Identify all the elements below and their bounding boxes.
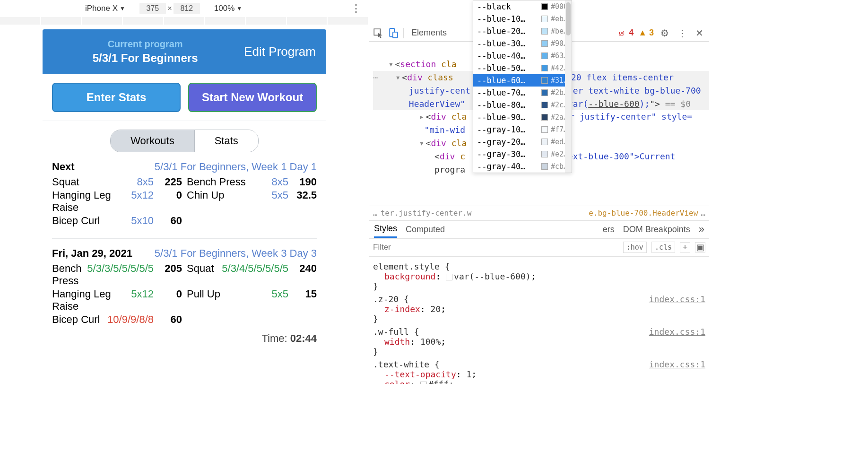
kebab-menu-icon[interactable]: ⋮ [351,2,361,15]
toggle-device-icon[interactable] [388,28,399,38]
app-header: Current program 5/3/1 For Beginners Edit… [43,29,326,74]
program-name: 5/3/1 For Beginners [53,52,237,65]
enter-stats-button[interactable]: Enter Stats [52,83,181,112]
next-meta: 5/3/1 For Beginners, Week 1 Day 1 [155,161,317,173]
autocomplete-option[interactable]: --gray-30…#e2… [473,148,572,160]
autocomplete-option[interactable]: --gray-20…#ed… [473,136,572,148]
autocomplete-option[interactable]: --blue-90…#2a… [473,111,572,123]
exercise-row: Bicep Curl10/9/9/8/860 [52,313,182,326]
autocomplete-option[interactable]: --blue-10…#eb… [473,13,572,25]
source-link[interactable]: index.css:1 [649,359,705,369]
next-session: Next 5/3/1 For Beginners, Week 1 Day 1 S… [43,157,326,234]
tab-stats[interactable]: Stats [195,130,258,152]
exercise-row: Hanging Leg Raise5x120 [52,288,182,313]
source-link[interactable]: index.css:1 [649,327,705,337]
tab-computed[interactable]: Computed [406,222,445,237]
autocomplete-option[interactable]: --black#000 [473,0,572,13]
kebab-menu-icon[interactable]: ⋮ [676,27,689,39]
current-program-label: Current program [53,39,237,50]
exercise-row: Squat5/3/4/5/5/5/5/5240 [187,262,317,287]
styles-filter-row: :hov .cls + ▣ [369,239,709,257]
tab-dom-breakpoints[interactable]: DOM Breakpoints [623,222,690,237]
gear-icon[interactable]: ⚙ [659,27,671,39]
edit-program-link[interactable]: Edit Program [244,44,316,59]
segment-control: Workouts Stats [110,130,259,152]
autocomplete-option[interactable]: --blue-40…#63… [473,50,572,62]
exercise-row: Squat8x5225 [52,176,182,188]
source-link[interactable]: index.css:1 [649,294,705,304]
autocomplete-option[interactable]: --gray-10…#f7… [473,123,572,136]
viewport-width-input[interactable] [139,3,166,14]
styles-filter-input[interactable] [373,243,444,252]
scrollbar-thumb[interactable] [566,2,571,35]
tab-styles[interactable]: Styles [374,221,397,238]
tab-workouts[interactable]: Workouts [111,130,195,152]
tab-event-listeners[interactable]: ers [603,222,615,237]
tab-elements[interactable]: Elements [408,26,450,40]
autocomplete-option[interactable]: --blue-80…#2c… [473,99,572,111]
chevron-down-icon: ▼ [236,5,242,12]
time-line: Time: 02:44 [43,332,326,348]
past-session: Fri, Jan 29, 2021 5/3/1 For Beginners, W… [43,244,326,332]
device-name: iPhone X [85,4,118,13]
autocomplete-option[interactable]: --blue-20…#be… [473,25,572,37]
phone-viewport: Current program 5/3/1 For Beginners Edit… [43,29,326,384]
more-tabs-icon[interactable]: » [699,223,704,235]
start-workout-button[interactable]: Start New Workout [188,83,317,112]
exercise-row: Hanging Leg Raise5x120 [52,189,182,214]
device-toolbar: iPhone X ▼ × 100% ▼ ⋮ [0,0,369,17]
next-title: Next [52,161,75,173]
styles-tabs: Styles Computed ers DOM Breakpoints » [369,221,709,239]
error-count[interactable]: ⦻ 4 [618,28,634,38]
past-title: Fri, Jan 29, 2021 [52,247,132,260]
dimension-x: × [167,4,172,13]
autocomplete-option[interactable]: --blue-70…#2b… [473,87,572,99]
toggle-sidebar-icon[interactable]: ▣ [695,242,705,252]
styles-pane[interactable]: element.style { background: var(--blue-6… [369,257,709,384]
exercise-row: Bench Press8x5190 [187,176,317,188]
zoom-value: 100% [214,4,234,13]
close-icon[interactable]: ✕ [694,27,705,39]
chevron-down-icon: ▼ [120,5,125,12]
svg-rect-2 [393,32,398,37]
elements-breadcrumb[interactable]: … ter.justify-center.w e.bg-blue-700.Hea… [369,206,709,221]
autocomplete-option[interactable]: --blue-50…#42… [473,62,572,74]
autocomplete-option[interactable]: --blue-60…#31… [473,74,572,87]
emulator-surface: Current program 5/3/1 For Beginners Edit… [0,25,369,384]
css-var-autocomplete[interactable]: --black#000--blue-10…#eb…--blue-20…#be…-… [473,0,572,173]
warning-count[interactable]: ▲ 3 [638,28,654,38]
responsive-ruler [0,17,369,25]
device-select[interactable]: iPhone X ▼ [85,4,125,13]
past-meta: 5/3/1 For Beginners, Week 3 Day 3 [155,247,317,260]
exercise-row: Chin Up5x532.5 [187,189,317,214]
autocomplete-option[interactable]: --blue-30…#90… [473,37,572,50]
viewport-height-input[interactable] [174,3,200,14]
exercise-row: Pull Up5x515 [187,288,317,313]
hov-toggle[interactable]: :hov [623,242,647,253]
exercise-row: Bench Press5/3/3/5/5/5/5/5205 [52,262,182,287]
cls-toggle[interactable]: .cls [651,242,675,253]
exercise-row: Bicep Curl5x1060 [52,215,182,227]
zoom-select[interactable]: 100% ▼ [214,4,242,13]
new-rule-icon[interactable]: + [680,242,690,252]
autocomplete-option[interactable]: --gray-40…#cb… [473,160,572,173]
element-picker-icon[interactable] [373,28,383,38]
